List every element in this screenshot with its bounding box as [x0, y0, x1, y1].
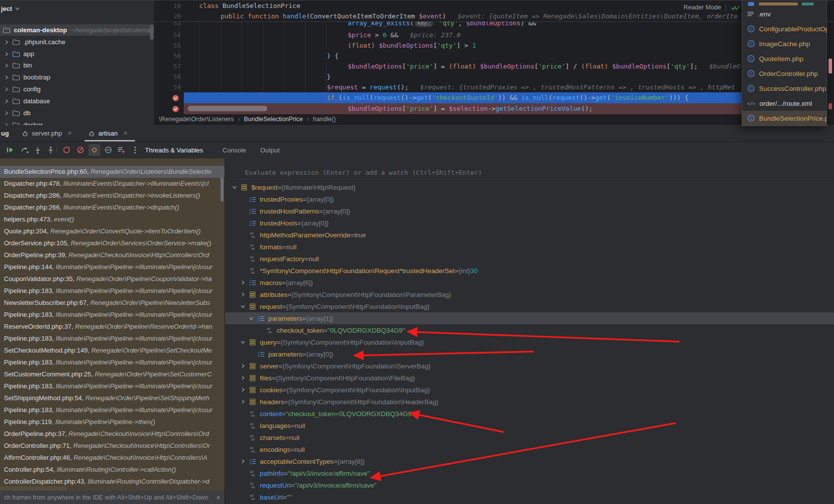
chevron-right-icon[interactable] — [4, 75, 9, 80]
project-tree-item-config[interactable]: config — [0, 83, 154, 95]
chevron-right-icon[interactable] — [4, 123, 9, 126]
breadcrumb-item[interactable]: \Renegade\Order\Listeners — [159, 116, 234, 123]
twisty-icon[interactable] — [240, 280, 245, 285]
variable-row-baseUrl[interactable]: 1001baseUrl = "" — [225, 491, 834, 503]
frame-row[interactable]: Quote.php:204, Renegade\Order\Convert\Qu… — [0, 225, 225, 237]
variable-row-headers[interactable]: headers = {Symfony\Component\HttpFoundat… — [225, 396, 834, 408]
recent-file-item-2[interactable]: CConfigurableProductOpt — [742, 21, 827, 36]
variable-row-request[interactable]: request = {Symfony\Component\HttpFoundat… — [225, 300, 834, 312]
chevron-collapsed-icon[interactable] — [240, 396, 245, 408]
frame-row[interactable]: Pipeline.php:183, Illuminate\Pipeline\Pi… — [0, 404, 225, 416]
variable-row-requestUri[interactable]: 1001requestUri = "/api/v3/invoice/affirm… — [225, 479, 834, 491]
project-tree-item-db[interactable]: db — [0, 107, 154, 119]
project-scrollbar[interactable] — [150, 25, 153, 40]
close-icon[interactable]: ✕ — [68, 130, 72, 137]
close-icon[interactable]: ✕ — [123, 130, 128, 137]
inspections-ok-icon[interactable] — [731, 4, 741, 11]
frame-row[interactable]: helpers.php:473, event() — [0, 214, 225, 225]
breakpoint-icon[interactable] — [172, 94, 179, 102]
twisty-icon[interactable] — [240, 292, 245, 297]
debug-tab-artisan[interactable]: artisan✕ — [88, 125, 128, 142]
chevron-right-icon[interactable] — [4, 99, 9, 104]
chevron-collapsed-icon[interactable] — [240, 360, 245, 372]
project-tree-item-bootstrap[interactable]: bootstrap — [0, 72, 154, 83]
reader-mode-widget[interactable]: Reader Mode — [683, 2, 741, 13]
chevron-right-icon[interactable] — [4, 111, 9, 116]
breakpoint-icon[interactable] — [172, 105, 179, 113]
variable-row-parameters[interactable]: 12parameters = {array[1]} — [225, 312, 834, 324]
twisty-icon[interactable] — [240, 399, 245, 404]
chevron-collapsed-icon[interactable] — [240, 384, 245, 396]
frame-row[interactable]: OrderPipeline.php:37, Renegade\Checkout\… — [0, 428, 225, 440]
frame-row[interactable]: OrderController.php:71, Renegade\Checkou… — [0, 440, 225, 452]
resume-button[interactable] — [4, 144, 16, 156]
variable-row-requestFactory[interactable]: 1001requestFactory = null — [225, 253, 834, 265]
frame-row[interactable]: Dispatcher.php:286, Illuminate\Events\Di… — [0, 190, 225, 202]
chevron-expanded-icon[interactable] — [249, 312, 254, 324]
frame-row[interactable]: Pipeline.php:183, Illuminate\Pipeline\Pi… — [0, 309, 225, 321]
frame-row[interactable]: SetCustomerComment.php:25, Renegade\Orde… — [0, 368, 225, 380]
recent-file-item-6[interactable]: CSuccessController.php — [742, 81, 827, 96]
step-out-button[interactable] — [45, 144, 57, 156]
twisty-icon[interactable] — [232, 185, 237, 190]
frame-row[interactable]: Dispatcher.php:478, Illuminate\Events\Di… — [0, 178, 225, 190]
frame-row[interactable]: Pipeline.php:183, Illuminate\Pipeline\Pi… — [0, 357, 225, 368]
variable-row-content[interactable]: 1001content = "checkout_token=0LQVODRGXD… — [225, 408, 834, 420]
chevron-collapsed-icon[interactable] — [240, 455, 245, 467]
frame-row[interactable]: Dispatcher.php:266, Illuminate\Events\Di… — [0, 202, 225, 214]
project-root-item[interactable]: coleman-desktop~/renegade/projects/colem… — [0, 24, 154, 36]
chevron-right-icon[interactable] — [4, 40, 9, 45]
debug-listen-toggle[interactable] — [88, 144, 100, 156]
recent-file-item-5[interactable]: COrderController.php — [742, 66, 827, 81]
frame-row[interactable]: SetShippingMethod.php:54, Renegade\Order… — [0, 392, 225, 404]
variable-row-languages[interactable]: 1001languages = null — [225, 420, 834, 432]
twisty-icon[interactable] — [249, 316, 254, 321]
frame-row[interactable]: AffirmController.php:46, Renegade\Checko… — [0, 452, 225, 464]
chevron-right-icon[interactable] — [4, 87, 9, 92]
variable-row-query[interactable]: query = {Symfony\Component\HttpFoundatio… — [225, 336, 834, 348]
twisty-icon[interactable] — [240, 459, 245, 464]
code-editor[interactable]: 53array_key_exists(key: 'qty', $bundleOp… — [154, 0, 834, 124]
frame-row[interactable]: Pipeline.php:144, Illuminate\Pipeline\Pi… — [0, 261, 225, 273]
breadcrumb-item[interactable]: handle() — [313, 116, 336, 123]
frame-row[interactable]: Pipeline.php:119, Illuminate\Pipeline\Pi… — [0, 416, 225, 428]
rerun-button[interactable] — [61, 144, 73, 156]
project-tree-item-database[interactable]: database — [0, 95, 154, 107]
variable-row-request[interactable]: $request = {Illuminate\Http\Request} — [225, 181, 834, 193]
chevron-collapsed-icon[interactable] — [240, 372, 245, 384]
variable-row-acceptableContentTypes[interactable]: 12acceptableContentTypes = {array[8]} — [225, 455, 834, 467]
step-into-button[interactable] — [32, 144, 44, 156]
project-header[interactable]: ject — [1, 3, 20, 14]
chevron-collapsed-icon[interactable] — [240, 277, 245, 288]
frame-row[interactable]: Pipeline.php:183, Illuminate\Pipeline\Pi… — [0, 380, 225, 392]
variable-row-macros[interactable]: 12macros = {array[6]} — [225, 277, 834, 288]
variable-row-attributes[interactable]: attributes = {Symfony\Component\HttpFoun… — [225, 288, 834, 300]
close-icon[interactable]: ✕ — [216, 495, 221, 501]
frame-row[interactable]: Pipeline.php:183, Illuminate\Pipeline\Pi… — [0, 333, 225, 345]
project-tree-item-docker[interactable]: docker — [0, 119, 154, 125]
variable-row-encodings[interactable]: 1001encodings = null — [225, 443, 834, 455]
frame-row[interactable]: NewsletterSubscriber.php:67, Renegade\Or… — [0, 297, 225, 309]
twisty-icon[interactable] — [240, 340, 245, 345]
chevron-expanded-icon[interactable] — [240, 336, 245, 348]
twisty-icon[interactable] — [240, 387, 245, 392]
view-tab-threads---variables[interactable]: Threads & Variables — [145, 142, 203, 158]
variable-row-formats[interactable]: 1001formats = null — [225, 241, 834, 253]
variable-row-SymfonyComponentHttpFoun[interactable]: 1001*Symfony\Component\HttpFoundation\Re… — [225, 265, 834, 277]
frame-row[interactable]: Pipeline.php:183, Illuminate\Pipeline\Pi… — [0, 285, 225, 297]
mute-breakpoints-button[interactable] — [75, 144, 86, 156]
variable-row-parameters[interactable]: 12parameters = {array[0]} — [225, 348, 834, 360]
evaluate-expression-input[interactable]: Evaluate expression (Enter) or add a wat… — [225, 165, 834, 180]
chevron-expanded-icon[interactable] — [240, 300, 245, 312]
variable-row-files[interactable]: files = {Symfony\Component\HttpFoundatio… — [225, 372, 834, 384]
view-tab-console[interactable]: Console — [223, 142, 246, 158]
recent-file-item-3[interactable]: CImageCache.php — [742, 36, 827, 51]
frame-row[interactable]: ControllerDispatcher.php:43, Illuminate\… — [0, 476, 225, 488]
chevron-right-icon[interactable] — [4, 52, 9, 57]
view-breakpoints-button[interactable] — [102, 144, 114, 156]
frame-row[interactable]: OrderService.php:105, Renegade\Order\Ser… — [0, 237, 225, 249]
add-watch-button[interactable] — [115, 144, 127, 156]
chevron-right-icon[interactable] — [4, 63, 9, 68]
variable-row-httpMethodParameterOverr[interactable]: 1001httpMethodParameterOverride = true — [225, 229, 834, 241]
recent-file-item-8[interactable]: CBundleSelectionPrice.p — [742, 111, 827, 126]
